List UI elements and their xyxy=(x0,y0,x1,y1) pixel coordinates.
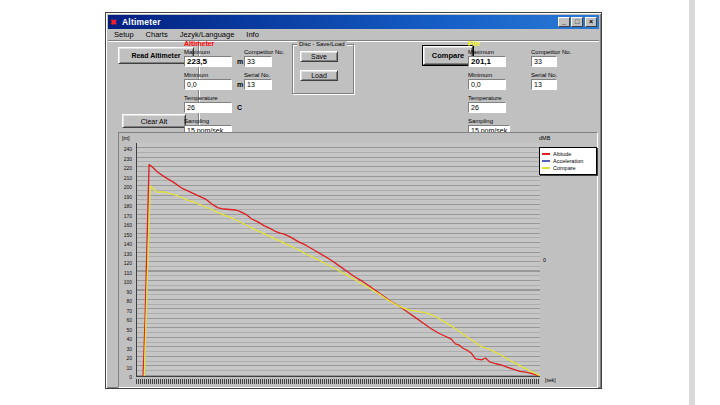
close-button[interactable]: × xyxy=(585,17,597,27)
screen-edge-strip xyxy=(689,0,695,405)
y-tick-label: 80 xyxy=(118,299,132,304)
sampling-label: Sampling xyxy=(184,118,209,124)
minimum-label: Minimum xyxy=(184,72,208,78)
maximum-unit: m xyxy=(237,58,243,65)
file-serial-field[interactable]: 13 xyxy=(531,79,557,90)
y-tick-label: 190 xyxy=(118,194,132,199)
y-tick-label: 90 xyxy=(118,289,132,294)
competitor-label: Competitor No. xyxy=(244,49,284,55)
clear-alt-button[interactable]: Clear Alt xyxy=(122,114,186,128)
legend-swatch-icon xyxy=(542,167,550,169)
file-maximum-field[interactable]: 201,1 xyxy=(468,56,506,67)
temperature-unit: C xyxy=(237,104,242,111)
y-tick-label: 50 xyxy=(118,327,132,332)
file-competitor-field[interactable]: 33 xyxy=(531,56,557,67)
maximum-label: Maximum xyxy=(184,49,210,55)
file-serial-label: Serial No. xyxy=(531,72,557,78)
legend-label: Compare xyxy=(553,165,576,171)
competitor-field[interactable]: 33 xyxy=(244,56,272,67)
y-tick-label: 240 xyxy=(118,147,132,152)
plot-area xyxy=(136,143,540,377)
y-tick-label: 230 xyxy=(118,156,132,161)
y2-zero-tick: 0 xyxy=(543,257,546,263)
serial-field[interactable]: 13 xyxy=(244,79,272,90)
chart-panel: [m] dMB 24023022021020019018017016015014… xyxy=(118,132,598,388)
legend-entries: AltitudeAccelerationCompare xyxy=(542,151,594,171)
menu-language[interactable]: Jezyk/Language xyxy=(174,30,241,39)
x-axis-unit-label: [sek] xyxy=(545,377,556,383)
menu-divider xyxy=(108,40,599,42)
y-tick-label: 60 xyxy=(118,318,132,323)
minimum-field[interactable]: 0,0 xyxy=(184,79,232,90)
legend-label: Acceleration xyxy=(553,158,583,164)
x-axis-dense-labels xyxy=(136,379,540,384)
desktop: ✖ Altimeter _ □ × Setup Charts Jezyk/Lan… xyxy=(0,0,720,405)
legend-swatch-icon xyxy=(542,153,550,155)
menu-charts[interactable]: Charts xyxy=(140,30,174,39)
file-competitor-label: Competitor No. xyxy=(531,49,571,55)
file-temperature-field[interactable]: 26 xyxy=(468,102,506,113)
legend-entry: Acceleration xyxy=(542,158,594,164)
y-tick-label: 130 xyxy=(118,251,132,256)
legend-swatch-icon xyxy=(542,160,550,162)
legend-label: Altitude xyxy=(553,151,571,157)
y-tick-label: 160 xyxy=(118,223,132,228)
y-tick-label: 170 xyxy=(118,213,132,218)
legend-entry: Compare xyxy=(542,165,594,171)
y-tick-label: 70 xyxy=(118,308,132,313)
menu-info[interactable]: Info xyxy=(240,30,265,39)
titlebar[interactable]: ✖ Altimeter _ □ × xyxy=(108,15,599,29)
y2-axis-unit-label: dMB xyxy=(539,135,550,141)
minimize-button[interactable]: _ xyxy=(558,17,570,27)
y-tick-label: 20 xyxy=(118,356,132,361)
maximum-field[interactable]: 223,5 xyxy=(184,56,232,67)
y-tick-label: 10 xyxy=(118,365,132,370)
y-tick-label: 220 xyxy=(118,166,132,171)
read-altimeter-button[interactable]: Read Altimeter xyxy=(118,47,194,64)
chart-legend: AltitudeAccelerationCompare xyxy=(539,147,597,175)
altimeter-window: ✖ Altimeter _ □ × Setup Charts Jezyk/Lan… xyxy=(105,12,602,389)
y-tick-label: 120 xyxy=(118,261,132,266)
y-axis-unit-label: [m] xyxy=(122,135,130,141)
file-section-title: File xyxy=(468,40,480,47)
series-altitude-line xyxy=(143,165,540,376)
window-title: Altimeter xyxy=(122,17,557,27)
chart-svg xyxy=(137,143,540,376)
y-tick-label: 200 xyxy=(118,185,132,190)
altimeter-section-title: Altimeter xyxy=(184,40,214,47)
y-tick-label: 30 xyxy=(118,346,132,351)
temperature-field[interactable]: 26 xyxy=(184,102,232,113)
menubar: Setup Charts Jezyk/Language Info xyxy=(108,29,599,40)
y-tick-label: 140 xyxy=(118,242,132,247)
file-sampling-label: Sampling xyxy=(468,118,493,124)
disc-group-title: Disc - Save/Load xyxy=(297,41,347,47)
y-tick-label: 210 xyxy=(118,175,132,180)
y-tick-label: 100 xyxy=(118,280,132,285)
temperature-label: Temperature xyxy=(184,95,218,101)
y-tick-label: 150 xyxy=(118,232,132,237)
save-button[interactable]: Save xyxy=(300,51,338,62)
maximize-button[interactable]: □ xyxy=(571,17,583,27)
y-tick-label: 110 xyxy=(118,270,132,275)
y-tick-label: 0 xyxy=(118,375,132,380)
compare-button[interactable]: Compare xyxy=(423,46,473,65)
series-compare-line xyxy=(144,186,540,376)
y-tick-label: 180 xyxy=(118,204,132,209)
serial-label: Serial No. xyxy=(244,72,270,78)
app-icon: ✖ xyxy=(110,18,119,27)
file-temperature-label: Temperature xyxy=(468,95,502,101)
y-tick-label: 40 xyxy=(118,337,132,342)
load-button[interactable]: Load xyxy=(300,70,338,81)
legend-entry: Altitude xyxy=(542,151,594,157)
file-maximum-label: Maximum xyxy=(468,49,494,55)
file-minimum-label: Minimum xyxy=(468,72,492,78)
minimum-unit: m xyxy=(237,81,243,88)
menu-setup[interactable]: Setup xyxy=(108,30,140,39)
file-minimum-field[interactable]: 0,0 xyxy=(468,79,506,90)
